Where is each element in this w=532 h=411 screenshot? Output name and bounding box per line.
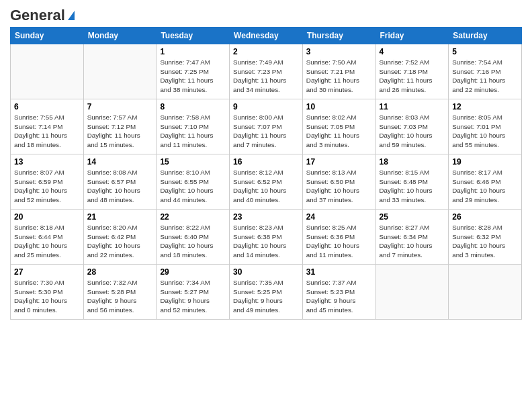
calendar-cell: 31Sunrise: 7:37 AMSunset: 5:23 PMDayligh…: [302, 265, 375, 320]
calendar-cell: 10Sunrise: 8:02 AMSunset: 7:05 PMDayligh…: [302, 99, 375, 154]
calendar-cell: 29Sunrise: 7:34 AMSunset: 5:27 PMDayligh…: [157, 265, 230, 320]
day-info: Sunrise: 7:35 AMSunset: 5:25 PMDaylight:…: [233, 278, 299, 315]
calendar-cell: 16Sunrise: 8:12 AMSunset: 6:52 PMDayligh…: [230, 154, 303, 210]
weekday-header-monday: Monday: [83, 28, 157, 44]
weekday-header-thursday: Thursday: [302, 28, 375, 44]
day-number: 31: [306, 267, 372, 277]
day-info: Sunrise: 8:22 AMSunset: 6:40 PMDaylight:…: [160, 223, 226, 260]
day-info: Sunrise: 7:57 AMSunset: 7:12 PMDaylight:…: [87, 113, 153, 150]
day-info: Sunrise: 8:27 AMSunset: 6:34 PMDaylight:…: [380, 223, 445, 260]
day-info: Sunrise: 8:00 AMSunset: 7:07 PMDaylight:…: [233, 113, 299, 150]
calendar-cell: 8Sunrise: 7:58 AMSunset: 7:10 PMDaylight…: [157, 99, 230, 154]
day-info: Sunrise: 8:02 AMSunset: 7:05 PMDaylight:…: [306, 113, 372, 150]
calendar-week-row: 6Sunrise: 7:55 AMSunset: 7:14 PMDaylight…: [11, 99, 522, 154]
calendar-table: SundayMondayTuesdayWednesdayThursdayFrid…: [10, 27, 522, 320]
day-info: Sunrise: 7:32 AMSunset: 5:28 PMDaylight:…: [87, 278, 153, 315]
day-info: Sunrise: 7:34 AMSunset: 5:27 PMDaylight:…: [160, 278, 226, 315]
day-number: 27: [14, 267, 80, 277]
calendar-cell: 28Sunrise: 7:32 AMSunset: 5:28 PMDayligh…: [83, 265, 157, 320]
day-number: 21: [87, 212, 153, 222]
day-info: Sunrise: 8:07 AMSunset: 6:59 PMDaylight:…: [14, 168, 80, 205]
logo-triangle-icon: [68, 11, 75, 20]
day-info: Sunrise: 7:58 AMSunset: 7:10 PMDaylight:…: [160, 113, 226, 150]
calendar-cell: 26Sunrise: 8:28 AMSunset: 6:32 PMDayligh…: [449, 210, 522, 265]
day-number: 23: [233, 212, 299, 222]
header: General: [10, 7, 522, 21]
day-info: Sunrise: 8:17 AMSunset: 6:46 PMDaylight:…: [452, 168, 518, 205]
calendar-cell: 4Sunrise: 7:52 AMSunset: 7:18 PMDaylight…: [375, 44, 449, 99]
day-info: Sunrise: 8:15 AMSunset: 6:48 PMDaylight:…: [380, 168, 445, 205]
day-number: 29: [160, 267, 226, 277]
calendar-cell: [83, 44, 157, 99]
day-info: Sunrise: 7:55 AMSunset: 7:14 PMDaylight:…: [14, 113, 80, 150]
calendar-cell: [449, 265, 522, 320]
weekday-header-friday: Friday: [375, 28, 449, 44]
day-number: 5: [452, 47, 518, 56]
calendar-cell: 13Sunrise: 8:07 AMSunset: 6:59 PMDayligh…: [11, 154, 84, 210]
calendar-cell: 24Sunrise: 8:25 AMSunset: 6:36 PMDayligh…: [302, 210, 375, 265]
calendar-cell: 11Sunrise: 8:03 AMSunset: 7:03 PMDayligh…: [375, 99, 449, 154]
calendar-cell: 6Sunrise: 7:55 AMSunset: 7:14 PMDaylight…: [11, 99, 84, 154]
calendar-cell: 1Sunrise: 7:47 AMSunset: 7:25 PMDaylight…: [157, 44, 230, 99]
day-number: 20: [14, 212, 80, 222]
day-info: Sunrise: 8:23 AMSunset: 6:38 PMDaylight:…: [233, 223, 299, 260]
calendar-cell: 2Sunrise: 7:49 AMSunset: 7:23 PMDaylight…: [230, 44, 303, 99]
day-info: Sunrise: 7:50 AMSunset: 7:21 PMDaylight:…: [306, 58, 372, 95]
day-number: 26: [452, 212, 518, 222]
calendar-cell: 30Sunrise: 7:35 AMSunset: 5:25 PMDayligh…: [230, 265, 303, 320]
day-number: 28: [87, 267, 153, 277]
day-number: 12: [452, 102, 518, 111]
day-info: Sunrise: 8:03 AMSunset: 7:03 PMDaylight:…: [380, 113, 445, 150]
calendar-header-row: SundayMondayTuesdayWednesdayThursdayFrid…: [11, 28, 522, 44]
day-number: 4: [380, 47, 445, 56]
calendar-week-row: 1Sunrise: 7:47 AMSunset: 7:25 PMDaylight…: [11, 44, 522, 99]
calendar-cell: 18Sunrise: 8:15 AMSunset: 6:48 PMDayligh…: [375, 154, 449, 210]
day-info: Sunrise: 8:05 AMSunset: 7:01 PMDaylight:…: [452, 113, 518, 150]
day-info: Sunrise: 8:12 AMSunset: 6:52 PMDaylight:…: [233, 168, 299, 205]
weekday-header-wednesday: Wednesday: [230, 28, 303, 44]
calendar-cell: 15Sunrise: 8:10 AMSunset: 6:55 PMDayligh…: [157, 154, 230, 210]
day-number: 19: [452, 157, 518, 167]
weekday-header-tuesday: Tuesday: [157, 28, 230, 44]
calendar-cell: 21Sunrise: 8:20 AMSunset: 6:42 PMDayligh…: [83, 210, 157, 265]
day-info: Sunrise: 7:52 AMSunset: 7:18 PMDaylight:…: [380, 58, 445, 95]
day-number: 7: [87, 102, 153, 111]
day-number: 8: [160, 102, 226, 111]
day-info: Sunrise: 8:25 AMSunset: 6:36 PMDaylight:…: [306, 223, 372, 260]
day-number: 24: [306, 212, 372, 222]
day-number: 10: [306, 102, 372, 111]
day-number: 16: [233, 157, 299, 167]
calendar-cell: 7Sunrise: 7:57 AMSunset: 7:12 PMDaylight…: [83, 99, 157, 154]
day-info: Sunrise: 7:37 AMSunset: 5:23 PMDaylight:…: [306, 278, 372, 315]
day-info: Sunrise: 7:54 AMSunset: 7:16 PMDaylight:…: [452, 58, 518, 95]
calendar-cell: 27Sunrise: 7:30 AMSunset: 5:30 PMDayligh…: [11, 265, 84, 320]
day-number: 6: [14, 102, 80, 111]
calendar-cell: [375, 265, 449, 320]
calendar-cell: 22Sunrise: 8:22 AMSunset: 6:40 PMDayligh…: [157, 210, 230, 265]
day-number: 2: [233, 47, 299, 56]
day-number: 3: [306, 47, 372, 56]
page: General SundayMondayTuesdayWednesdayThur…: [0, 0, 532, 411]
calendar-week-row: 27Sunrise: 7:30 AMSunset: 5:30 PMDayligh…: [11, 265, 522, 320]
calendar-cell: [11, 44, 84, 99]
day-number: 14: [87, 157, 153, 167]
weekday-header-sunday: Sunday: [11, 28, 84, 44]
day-info: Sunrise: 8:08 AMSunset: 6:57 PMDaylight:…: [87, 168, 153, 205]
calendar-week-row: 20Sunrise: 8:18 AMSunset: 6:44 PMDayligh…: [11, 210, 522, 265]
calendar-cell: 23Sunrise: 8:23 AMSunset: 6:38 PMDayligh…: [230, 210, 303, 265]
day-info: Sunrise: 7:49 AMSunset: 7:23 PMDaylight:…: [233, 58, 299, 95]
day-number: 13: [14, 157, 80, 167]
day-info: Sunrise: 8:28 AMSunset: 6:32 PMDaylight:…: [452, 223, 518, 260]
calendar-cell: 17Sunrise: 8:13 AMSunset: 6:50 PMDayligh…: [302, 154, 375, 210]
day-number: 30: [233, 267, 299, 277]
calendar-cell: 20Sunrise: 8:18 AMSunset: 6:44 PMDayligh…: [11, 210, 84, 265]
calendar-cell: 25Sunrise: 8:27 AMSunset: 6:34 PMDayligh…: [375, 210, 449, 265]
logo: General: [10, 7, 75, 21]
day-number: 18: [380, 157, 445, 167]
day-info: Sunrise: 7:47 AMSunset: 7:25 PMDaylight:…: [160, 58, 226, 95]
calendar-cell: 3Sunrise: 7:50 AMSunset: 7:21 PMDaylight…: [302, 44, 375, 99]
calendar-cell: 14Sunrise: 8:08 AMSunset: 6:57 PMDayligh…: [83, 154, 157, 210]
day-info: Sunrise: 8:20 AMSunset: 6:42 PMDaylight:…: [87, 223, 153, 260]
calendar-cell: 19Sunrise: 8:17 AMSunset: 6:46 PMDayligh…: [449, 154, 522, 210]
logo-text: General: [10, 7, 65, 24]
